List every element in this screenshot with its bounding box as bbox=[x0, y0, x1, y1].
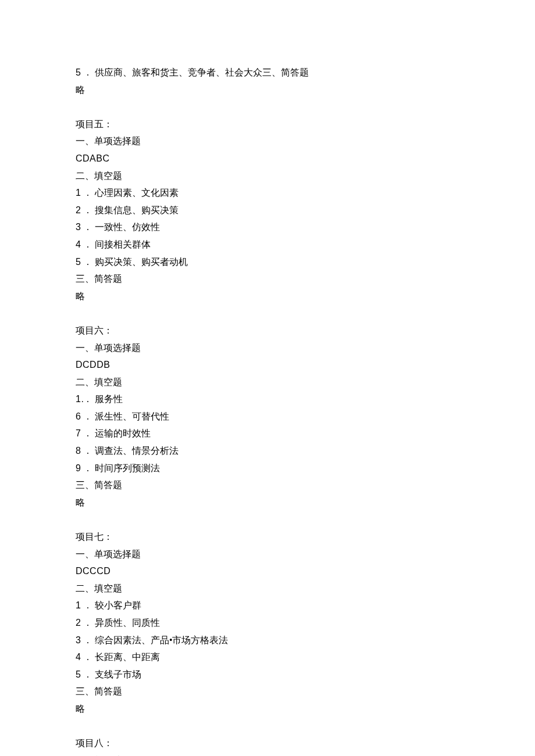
section-subhead: 三、简答题 bbox=[76, 270, 459, 288]
omit: 略 bbox=[76, 494, 459, 511]
num: 3 bbox=[76, 632, 81, 649]
page-container: 5.供应商、旅客和货主、竞争者、社会大众三、简答题 略 项目五：一、单项选择题C… bbox=[0, 0, 535, 756]
fill-item: 7.运输的时效性 bbox=[76, 425, 459, 442]
sep: . bbox=[81, 184, 95, 202]
num: 2 bbox=[76, 614, 81, 632]
mcq-answers: DCDDB bbox=[76, 356, 459, 374]
sep: . bbox=[81, 632, 95, 649]
sep: . bbox=[81, 460, 95, 477]
fill-item: 8.调查法、情景分析法 bbox=[76, 442, 459, 460]
section-title: 项目七： bbox=[76, 528, 459, 546]
fill-text: 搜集信息、购买决策 bbox=[95, 205, 179, 215]
sep: . bbox=[81, 218, 95, 236]
sep: . bbox=[81, 442, 95, 460]
spacer bbox=[76, 718, 459, 735]
fill-text: 长距离、中距离 bbox=[95, 652, 160, 662]
fill-text: 较小客户群 bbox=[95, 600, 141, 610]
fill-text: 派生性、可替代性 bbox=[95, 411, 169, 421]
section-subhead: 一、单项选择题 bbox=[76, 752, 459, 756]
fill-item: 2.搜集信息、购买决策 bbox=[76, 202, 459, 219]
sep: . bbox=[81, 253, 95, 271]
num: 5 bbox=[76, 64, 81, 81]
num: 5 bbox=[76, 253, 81, 271]
top-fill-5: 5.供应商、旅客和货主、竞争者、社会大众三、简答题 bbox=[76, 64, 459, 81]
fill-text: 购买决策、购买者动机 bbox=[95, 257, 188, 267]
fill-text: 服务性 bbox=[95, 394, 123, 404]
section-subhead: 二、填空题 bbox=[76, 374, 459, 391]
section-subhead: 一、单项选择题 bbox=[76, 546, 459, 563]
num: 1 bbox=[76, 184, 81, 202]
text: 供应商、旅客和货主、竞争者、社会大众三、简答题 bbox=[95, 67, 309, 77]
num: 2 bbox=[76, 202, 81, 219]
fill-item: 1.较小客户群 bbox=[76, 597, 459, 614]
sep: . bbox=[81, 390, 95, 408]
fill-item: 1.心理因素、文化因素 bbox=[76, 184, 459, 202]
fill-text: 综合因素法、产品•市场方格表法 bbox=[95, 635, 229, 645]
fill-text: 调查法、情景分析法 bbox=[95, 446, 179, 456]
section-subhead: 三、简答题 bbox=[76, 476, 459, 494]
fill-text: 支线子市场 bbox=[95, 669, 141, 679]
num: 9 bbox=[76, 460, 81, 477]
section-subhead: 一、单项选择题 bbox=[76, 132, 459, 150]
fill-text: 异质性、同质性 bbox=[95, 618, 160, 628]
fill-item: 4.长距离、中距离 bbox=[76, 648, 459, 666]
num: 7 bbox=[76, 425, 81, 442]
fill-text: 运输的时效性 bbox=[95, 428, 151, 438]
fill-item: 5.支线子市场 bbox=[76, 666, 459, 683]
section-subhead: 一、单项选择题 bbox=[76, 339, 459, 357]
sep: . bbox=[81, 597, 95, 614]
num: 1 bbox=[76, 597, 81, 614]
spacer bbox=[76, 511, 459, 528]
section-title: 项目五： bbox=[76, 116, 459, 133]
num: 3 bbox=[76, 218, 81, 236]
num: 4 bbox=[76, 648, 81, 666]
num: 5 bbox=[76, 666, 81, 683]
fill-text: 心理因素、文化因素 bbox=[95, 188, 179, 198]
num: 1. bbox=[76, 390, 81, 408]
fill-item: 1..服务性 bbox=[76, 390, 459, 408]
omit: 略 bbox=[76, 288, 459, 305]
sep: . bbox=[81, 236, 95, 253]
num: 6 bbox=[76, 408, 81, 425]
num: 4 bbox=[76, 236, 81, 253]
fill-text: 一致性、仿效性 bbox=[95, 222, 160, 232]
fill-item: 5.购买决策、购买者动机 bbox=[76, 253, 459, 271]
section-title: 项目六： bbox=[76, 322, 459, 339]
sep: . bbox=[81, 202, 95, 219]
mcq-answers: DCCCD bbox=[76, 562, 459, 580]
section-subhead: 三、简答题 bbox=[76, 683, 459, 700]
sep: . bbox=[81, 666, 95, 683]
section-title: 项目八： bbox=[76, 734, 459, 752]
sep: . bbox=[81, 64, 95, 81]
fill-text: 时间序列预测法 bbox=[95, 463, 160, 473]
fill-text: 间接相关群体 bbox=[95, 239, 151, 249]
fill-item: 3.综合因素法、产品•市场方格表法 bbox=[76, 632, 459, 649]
fill-item: 6.派生性、可替代性 bbox=[76, 408, 459, 425]
top-omit: 略 bbox=[76, 81, 459, 99]
fill-item: 9.时间序列预测法 bbox=[76, 460, 459, 477]
fill-item: 2.异质性、同质性 bbox=[76, 614, 459, 632]
section-subhead: 二、填空题 bbox=[76, 580, 459, 597]
sep: . bbox=[81, 614, 95, 632]
omit: 略 bbox=[76, 700, 459, 718]
sep: . bbox=[81, 408, 95, 425]
spacer bbox=[76, 98, 459, 116]
section-subhead: 二、填空题 bbox=[76, 167, 459, 185]
fill-item: 3.一致性、仿效性 bbox=[76, 218, 459, 236]
fill-item: 4.间接相关群体 bbox=[76, 236, 459, 253]
sep: . bbox=[81, 648, 95, 666]
num: 8 bbox=[76, 442, 81, 460]
spacer bbox=[76, 304, 459, 322]
mcq-answers: CDABC bbox=[76, 150, 459, 167]
sep: . bbox=[81, 425, 95, 442]
